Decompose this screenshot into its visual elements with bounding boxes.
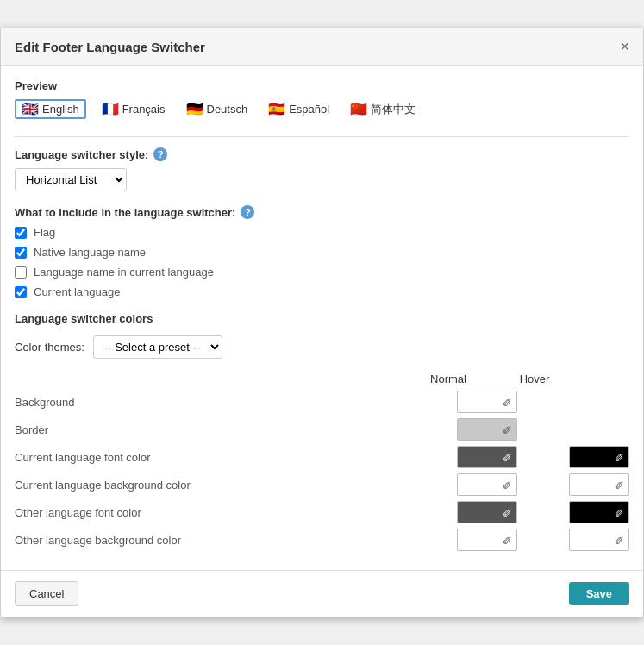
lang-label-en: English bbox=[42, 103, 79, 116]
close-button[interactable]: × bbox=[620, 39, 629, 54]
lang-item-de[interactable]: 🇩🇪 Deutsch bbox=[181, 101, 253, 117]
modal-title: Edit Footer Language Switcher bbox=[15, 40, 205, 54]
pencil-icon: ✏ bbox=[611, 504, 628, 521]
checkbox-current-label: Current language bbox=[34, 285, 120, 298]
current-bg-label: Current language background color bbox=[15, 479, 457, 492]
background-normal-swatch[interactable]: ✏ bbox=[457, 391, 517, 413]
color-table-header: Normal Hover bbox=[15, 373, 629, 385]
current-font-label: Current language font color bbox=[15, 451, 457, 464]
checkbox-native-input[interactable] bbox=[15, 247, 27, 259]
color-row-current-font: Current language font color ✏ ✏ bbox=[15, 446, 629, 468]
color-row-border: Border ✏ bbox=[15, 418, 629, 441]
pencil-icon: ✏ bbox=[499, 476, 516, 493]
flag-fr: 🇫🇷 bbox=[102, 103, 119, 116]
modal-container: Edit Footer Language Switcher × Preview … bbox=[0, 28, 644, 617]
current-font-swatches: ✏ ✏ bbox=[457, 446, 629, 468]
col-hover-header: Hover bbox=[491, 373, 578, 385]
checkbox-current-input[interactable] bbox=[15, 286, 27, 298]
colors-section: Language switcher colors Color themes: -… bbox=[15, 312, 629, 551]
checkbox-flag-input[interactable] bbox=[15, 227, 27, 239]
modal-footer: Cancel Save bbox=[1, 570, 643, 617]
checkbox-group: Flag Native language name Language name … bbox=[15, 226, 629, 298]
checkbox-current-lang-input[interactable] bbox=[15, 266, 27, 279]
current-font-normal-swatch[interactable]: ✏ bbox=[457, 446, 517, 468]
checkbox-current[interactable]: Current language bbox=[15, 285, 629, 298]
pencil-icon: ✏ bbox=[611, 476, 628, 493]
divider-1 bbox=[15, 136, 629, 137]
other-font-label: Other language font color bbox=[15, 506, 457, 519]
flag-de: 🇩🇪 bbox=[186, 103, 203, 116]
lang-item-fr[interactable]: 🇫🇷 Français bbox=[97, 101, 171, 117]
other-font-hover-swatch[interactable]: ✏ bbox=[569, 501, 629, 523]
lang-item-en[interactable]: 🇬🇧 English bbox=[15, 99, 86, 119]
lang-label-de: Deutsch bbox=[207, 103, 248, 116]
other-bg-swatches: ✏ ✏ bbox=[457, 529, 629, 551]
color-row-current-bg: Current language background color ✏ ✏ bbox=[15, 473, 629, 496]
preview-label: Preview bbox=[15, 79, 629, 92]
pencil-icon: ✏ bbox=[499, 421, 516, 438]
checkbox-flag-label: Flag bbox=[34, 226, 55, 239]
border-swatches: ✏ bbox=[457, 418, 629, 441]
other-bg-label: Other language background color bbox=[15, 534, 457, 547]
color-row-other-font: Other language font color ✏ ✏ bbox=[15, 501, 629, 523]
modal-header: Edit Footer Language Switcher × bbox=[1, 28, 643, 66]
lang-item-es[interactable]: 🇪🇸 Español bbox=[263, 101, 335, 117]
col-normal-header: Normal bbox=[405, 373, 491, 385]
preview-section: Preview 🇬🇧 English 🇫🇷 Français 🇩🇪 Deutsc… bbox=[15, 79, 629, 119]
include-section: What to include in the language switcher… bbox=[15, 205, 629, 298]
border-label: Border bbox=[15, 423, 457, 436]
color-themes-row: Color themes: -- Select a preset -- bbox=[15, 335, 629, 359]
pencil-icon: ✏ bbox=[499, 531, 516, 548]
other-font-normal-swatch[interactable]: ✏ bbox=[457, 501, 517, 523]
lang-label-es: Español bbox=[289, 103, 329, 116]
flag-es: 🇪🇸 bbox=[268, 103, 285, 116]
include-help-icon[interactable]: ? bbox=[241, 205, 254, 219]
checkbox-native-label: Native language name bbox=[34, 246, 146, 259]
flag-en: 🇬🇧 bbox=[22, 103, 39, 116]
other-font-swatches: ✏ ✏ bbox=[457, 501, 629, 523]
style-help-icon[interactable]: ? bbox=[153, 147, 167, 161]
modal-body: Preview 🇬🇧 English 🇫🇷 Français 🇩🇪 Deutsc… bbox=[1, 66, 643, 570]
checkbox-flag[interactable]: Flag bbox=[15, 226, 629, 239]
pencil-icon: ✏ bbox=[499, 448, 516, 466]
color-row-other-bg: Other language background color ✏ ✏ bbox=[15, 529, 629, 551]
checkbox-native[interactable]: Native language name bbox=[15, 246, 629, 259]
background-label: Background bbox=[15, 396, 457, 409]
pencil-icon: ✏ bbox=[611, 448, 628, 466]
other-bg-hover-swatch[interactable]: ✏ bbox=[569, 529, 629, 551]
color-themes-label: Color themes: bbox=[15, 341, 84, 354]
current-bg-normal-swatch[interactable]: ✏ bbox=[457, 473, 517, 496]
preset-select[interactable]: -- Select a preset -- bbox=[93, 335, 222, 359]
include-label: What to include in the language switcher… bbox=[15, 205, 629, 219]
lang-label-fr: Français bbox=[122, 103, 166, 116]
checkbox-current-lang[interactable]: Language name in current language bbox=[15, 266, 629, 279]
pencil-icon: ✏ bbox=[611, 531, 628, 548]
other-bg-normal-swatch[interactable]: ✏ bbox=[457, 529, 517, 551]
save-button[interactable]: Save bbox=[569, 582, 629, 605]
checkbox-current-lang-label: Language name in current language bbox=[34, 266, 214, 279]
style-label: Language switcher style: ? bbox=[15, 147, 629, 161]
lang-item-zh[interactable]: 🇨🇳 简体中文 bbox=[345, 100, 421, 119]
color-row-background: Background ✏ bbox=[15, 391, 629, 413]
current-bg-swatches: ✏ ✏ bbox=[457, 473, 629, 496]
pencil-icon: ✏ bbox=[499, 393, 516, 410]
lang-switcher-preview: 🇬🇧 English 🇫🇷 Français 🇩🇪 Deutsch 🇪🇸 Esp… bbox=[15, 99, 629, 119]
cancel-button[interactable]: Cancel bbox=[15, 581, 78, 606]
pencil-icon: ✏ bbox=[499, 504, 516, 521]
lang-label-zh: 简体中文 bbox=[371, 102, 416, 117]
include-label-text: What to include in the language switcher… bbox=[15, 206, 235, 219]
background-swatches: ✏ bbox=[457, 391, 629, 413]
flag-zh: 🇨🇳 bbox=[350, 103, 367, 116]
style-label-text: Language switcher style: bbox=[15, 148, 148, 161]
current-font-hover-swatch[interactable]: ✏ bbox=[569, 446, 629, 468]
style-section: Language switcher style: ? Horizontal Li… bbox=[15, 147, 629, 191]
style-dropdown[interactable]: Horizontal List Dropdown Vertical List bbox=[15, 168, 127, 191]
border-normal-swatch[interactable]: ✏ bbox=[457, 418, 517, 441]
current-bg-hover-swatch[interactable]: ✏ bbox=[569, 473, 629, 496]
colors-title: Language switcher colors bbox=[15, 312, 629, 325]
